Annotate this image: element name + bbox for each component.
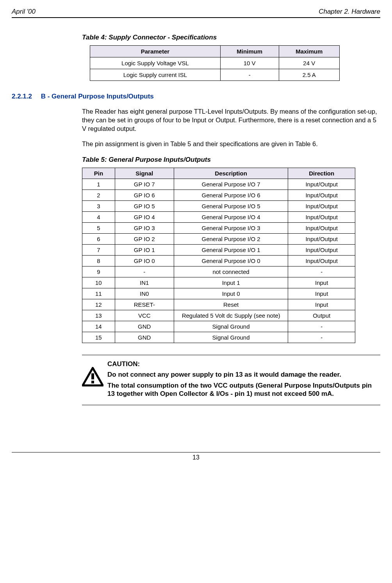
table-row: Logic Supply Voltage VSL10 V24 V xyxy=(90,57,340,69)
table-cell: - xyxy=(220,69,279,81)
table-cell: GP IO 2 xyxy=(115,234,174,245)
table-cell: General Purpose I/O 2 xyxy=(174,234,288,245)
table-cell: Output xyxy=(288,310,355,321)
table-cell: Signal Ground xyxy=(174,332,288,343)
table-cell: Logic Supply Voltage VSL xyxy=(90,57,221,69)
table-cell: General Purpose I/O 3 xyxy=(174,223,288,234)
table-cell: Input 1 xyxy=(174,277,288,288)
table5-block: Table 5: General Purpose Inputs/Outputs … xyxy=(82,156,380,343)
table-cell: 9 xyxy=(82,266,115,277)
table-row: 4GP IO 4General Purpose I/O 4Input/Outpu… xyxy=(82,212,355,223)
table-cell: - xyxy=(288,332,355,343)
table-cell: - xyxy=(115,266,174,277)
table-cell: 10 xyxy=(82,277,115,288)
table-cell: General Purpose I/O 1 xyxy=(174,245,288,256)
section-title: B - General Purpose Inputs/Outputs xyxy=(41,93,154,100)
table-cell: Input/Output xyxy=(288,190,355,201)
table-cell: Input xyxy=(288,288,355,299)
header-left: April '00 xyxy=(12,8,36,16)
table-row: 12RESET-ResetInput xyxy=(82,299,355,310)
table-cell: GP IO 0 xyxy=(115,256,174,266)
table-cell: - xyxy=(288,321,355,332)
caution-box: CAUTION: Do not connect any power supply… xyxy=(82,355,380,405)
table-cell: Input/Output xyxy=(288,201,355,212)
table-row: 2GP IO 6General Purpose I/O 6Input/Outpu… xyxy=(82,190,355,201)
table-cell: IN0 xyxy=(115,288,174,299)
table-cell: General Purpose I/O 5 xyxy=(174,201,288,212)
table-cell: VCC xyxy=(115,310,174,321)
body-paragraph: The Reader has eight general purpose TTL… xyxy=(82,107,380,133)
table-cell: IN1 xyxy=(115,277,174,288)
table-cell: GP IO 4 xyxy=(115,212,174,223)
table-cell: 6 xyxy=(82,234,115,245)
table-cell: Input/Output xyxy=(288,223,355,234)
table-cell: 5 xyxy=(82,223,115,234)
table4-header: Parameter xyxy=(90,46,221,57)
table5-caption: Table 5: General Purpose Inputs/Outputs xyxy=(82,156,380,164)
svg-rect-2 xyxy=(91,381,94,383)
table-cell: - xyxy=(288,266,355,277)
table-cell: GND xyxy=(115,332,174,343)
section-number: 2.2.1.2 xyxy=(12,93,32,100)
section-heading: 2.2.1.2 B - General Purpose Inputs/Outpu… xyxy=(12,93,380,100)
table5-header: Pin xyxy=(82,168,115,179)
table-row: 7GP IO 1General Purpose I/O 1Input/Outpu… xyxy=(82,245,355,256)
warning-icon xyxy=(82,360,107,388)
table-cell: 7 xyxy=(82,245,115,256)
table-row: 13VCCRegulated 5 Volt dc Supply (see not… xyxy=(82,310,355,321)
table5-header: Direction xyxy=(288,168,355,179)
table-cell: RESET- xyxy=(115,299,174,310)
table-cell: 2 xyxy=(82,190,115,201)
table-cell: Regulated 5 Volt dc Supply (see note) xyxy=(174,310,288,321)
table-cell: 3 xyxy=(82,201,115,212)
table4-header-row: Parameter Minimum Maximum xyxy=(90,46,340,57)
page-header: April '00 Chapter 2. Hardware xyxy=(12,8,380,18)
page-footer: 13 xyxy=(12,452,380,461)
table4-header: Maximum xyxy=(279,46,340,57)
caution-line: Do not connect any power supply to pin 1… xyxy=(107,370,380,379)
table-row: 5GP IO 3General Purpose I/O 3Input/Outpu… xyxy=(82,223,355,234)
table-cell: Reset xyxy=(174,299,288,310)
table-cell: 4 xyxy=(82,212,115,223)
svg-rect-1 xyxy=(91,373,94,379)
table-cell: Logic Supply current ISL xyxy=(90,69,221,81)
table-row: Logic Supply current ISL-2.5 A xyxy=(90,69,340,81)
body-paragraph: The pin assignment is given in Table 5 a… xyxy=(82,139,380,148)
table-row: 6GP IO 2General Purpose I/O 2Input/Outpu… xyxy=(82,234,355,245)
table-row: 10IN1Input 1Input xyxy=(82,277,355,288)
table-row: 1GP IO 7General Purpose I/O 7Input/Outpu… xyxy=(82,179,355,190)
table-cell: 11 xyxy=(82,288,115,299)
table-cell: 2.5 A xyxy=(279,69,340,81)
table5-header: Signal xyxy=(115,168,174,179)
table-cell: 14 xyxy=(82,321,115,332)
table4: Parameter Minimum Maximum Logic Supply V… xyxy=(90,45,340,81)
table-cell: Input/Output xyxy=(288,245,355,256)
caution-title: CAUTION: xyxy=(107,360,380,368)
table-cell: 12 xyxy=(82,299,115,310)
table4-block: Table 4: Supply Connector - Specificatio… xyxy=(82,34,380,81)
table-cell: 8 xyxy=(82,256,115,266)
caution-text: CAUTION: Do not connect any power supply… xyxy=(107,360,380,400)
table-cell: General Purpose I/O 7 xyxy=(174,179,288,190)
table-cell: Input xyxy=(288,299,355,310)
table4-caption: Table 4: Supply Connector - Specificatio… xyxy=(82,34,380,41)
table-cell: GP IO 7 xyxy=(115,179,174,190)
table-cell: General Purpose I/O 4 xyxy=(174,212,288,223)
table-cell: General Purpose I/O 6 xyxy=(174,190,288,201)
table-cell: Input/Output xyxy=(288,256,355,266)
table-cell: General Purpose I/O 0 xyxy=(174,256,288,266)
table4-header: Minimum xyxy=(220,46,279,57)
table-cell: Input xyxy=(288,277,355,288)
table-row: 3GP IO 5General Purpose I/O 5Input/Outpu… xyxy=(82,201,355,212)
table-row: 14GNDSignal Ground- xyxy=(82,321,355,332)
table-cell: GP IO 6 xyxy=(115,190,174,201)
table-row: 8GP IO 0General Purpose I/O 0Input/Outpu… xyxy=(82,256,355,266)
table-cell: GP IO 1 xyxy=(115,245,174,256)
table5: Pin Signal Description Direction 1GP IO … xyxy=(82,168,355,343)
caution-line: The total consumption of the two VCC out… xyxy=(107,381,380,398)
table-cell: GP IO 5 xyxy=(115,201,174,212)
table-cell: 10 V xyxy=(220,57,279,69)
table-cell: not connected xyxy=(174,266,288,277)
table-cell: 15 xyxy=(82,332,115,343)
page-number: 13 xyxy=(192,454,200,461)
